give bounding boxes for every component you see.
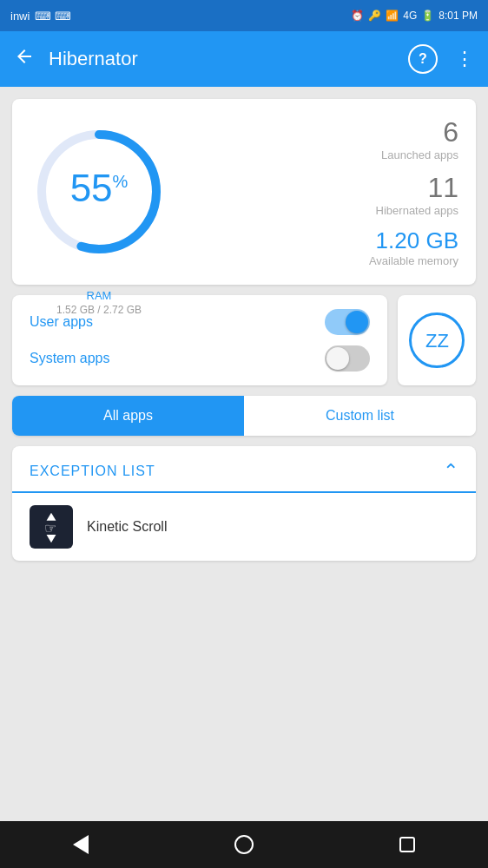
status-bar: inwi ⌨ ⌨ ⏰ 🔑 📶 4G 🔋 8:01 PM xyxy=(0,0,488,31)
launched-apps-label: Launched apps xyxy=(381,148,458,161)
battery-icon: 🔋 xyxy=(421,10,434,22)
app-bar-actions: ? ⋮ xyxy=(408,44,474,74)
home-nav-icon xyxy=(234,835,254,854)
stats-right: 6 Launched apps 11 Hibernated apps 1.20 … xyxy=(168,116,458,267)
app-title: Hibernator xyxy=(49,48,408,70)
user-apps-label: User apps xyxy=(30,314,93,330)
user-apps-toggle[interactable] xyxy=(325,309,370,335)
available-memory-label: Available memory xyxy=(369,254,458,267)
exception-card: Exception List ⌃ ☞ Kinetic Scroll xyxy=(12,446,476,561)
hibernated-apps-stat: 11 Hibernated apps xyxy=(376,172,458,217)
sleep-button[interactable]: ZZ xyxy=(398,295,476,385)
launched-apps-count: 6 xyxy=(381,116,458,148)
recent-nav-button[interactable] xyxy=(399,837,415,852)
recent-nav-icon xyxy=(399,837,415,852)
app-bar: Hibernator ? ⋮ xyxy=(0,31,488,87)
app-name-kinetic-scroll: Kinetic Scroll xyxy=(87,519,167,535)
hibernated-apps-count: 11 xyxy=(376,172,458,204)
exception-title: Exception List xyxy=(30,464,155,479)
ram-usage: 1.52 GB / 2.72 GB xyxy=(30,304,168,316)
exception-header: Exception List ⌃ xyxy=(12,446,476,491)
exception-collapse-button[interactable]: ⌃ xyxy=(443,460,458,483)
stats-card: 55% RAM 1.52 GB / 2.72 GB 6 Launched app… xyxy=(12,99,476,285)
time-label: 8:01 PM xyxy=(439,10,478,22)
more-options-button[interactable]: ⋮ xyxy=(455,48,474,70)
help-button[interactable]: ? xyxy=(408,44,438,74)
wifi-icon: 📶 xyxy=(386,10,399,22)
ram-percent: 55% xyxy=(70,169,129,207)
sleep-icon: ZZ xyxy=(409,312,465,368)
carrier-label: inwi xyxy=(10,10,30,23)
ram-label: RAM xyxy=(30,289,168,302)
list-item: ☞ Kinetic Scroll xyxy=(12,493,476,561)
status-bar-left: inwi ⌨ ⌨ xyxy=(10,10,71,23)
alarm-icon: ⏰ xyxy=(351,10,364,22)
home-nav-button[interactable] xyxy=(234,835,254,854)
back-nav-icon xyxy=(73,835,89,854)
status-bar-right: ⏰ 🔑 📶 4G 🔋 8:01 PM xyxy=(351,10,478,22)
bottom-nav xyxy=(0,821,488,868)
signal-icon: 4G xyxy=(403,10,417,22)
system-apps-label: System apps xyxy=(30,351,109,366)
hibernated-apps-label: Hibernated apps xyxy=(376,204,458,217)
ram-circle-chart: 55% RAM 1.52 GB / 2.72 GB xyxy=(30,122,168,261)
usb-icons: ⌨ ⌨ xyxy=(35,10,71,23)
back-button[interactable] xyxy=(14,46,35,72)
available-memory-value: 1.20 GB xyxy=(369,227,458,254)
system-apps-toggle-row: System apps xyxy=(30,345,370,372)
svg-text:☞: ☞ xyxy=(44,520,56,536)
available-memory-stat: 1.20 GB Available memory xyxy=(369,227,458,267)
custom-list-tab[interactable]: Custom list xyxy=(244,396,476,436)
svg-text:ZZ: ZZ xyxy=(425,330,449,352)
back-nav-button[interactable] xyxy=(73,835,89,854)
all-apps-tab[interactable]: All apps xyxy=(12,396,244,436)
system-apps-toggle[interactable] xyxy=(325,345,370,372)
app-icon-kinetic-scroll: ☞ xyxy=(30,505,73,549)
main-content: 55% RAM 1.52 GB / 2.72 GB 6 Launched app… xyxy=(0,87,488,821)
tab-row: All apps Custom list xyxy=(12,396,476,436)
key-icon: 🔑 xyxy=(368,10,381,22)
svg-marker-5 xyxy=(47,535,56,542)
launched-apps-stat: 6 Launched apps xyxy=(381,116,458,161)
svg-marker-3 xyxy=(47,512,56,520)
